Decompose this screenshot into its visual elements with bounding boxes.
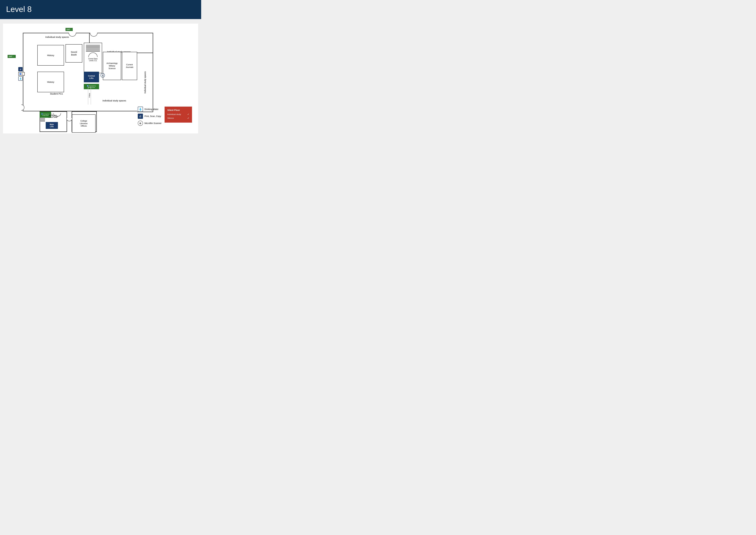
student-pcs-label: Student PCs [32,92,81,95]
legend-icons: 💧 Drinking Water 🖨 Print, Scan, Copy ⊕ M… [138,107,162,126]
central-stairs-room: Central StairsLevels 2-11 [84,43,102,73]
page-title: Level 8 [6,5,195,14]
history-room-top: History [37,45,64,66]
exit-sign-top: EXIT ↑ [66,28,73,31]
central-lifts-box: CentralLifts [84,72,99,82]
print-scan-icon: 🖨 [138,114,143,119]
page-wrapper: Level 8 EXIT ↑ EXIT ← [0,0,201,133]
current-journals-room: CurrentJournals [122,52,137,80]
disability-sign-lifts: ♿ Emergencyrefuge point [84,84,99,89]
toilet-sign-wall: 🚹🧑‍🦽 [18,72,25,76]
header: Level 8 [0,0,201,19]
folios-label-container: Folios [88,86,91,104]
legend: 💧 Drinking Water 🖨 Print, Scan, Copy ⊕ M… [138,107,192,126]
individual-study-side: Individual study spaces [137,53,153,111]
main-stairs-lines [40,118,45,122]
accessibility-icon: ⊕ [100,73,105,77]
print-icon-wall: 🖨 [18,67,22,71]
floor-plan: EXIT ↑ EXIT ← Individual study spaces [6,27,195,130]
legend-microfilm: ⊕ Microfilm Scanner [138,121,162,126]
main-stairs-label: Main stairsLevels 1-12 [40,114,66,117]
silent-floor-legend: Silent Floor Individual study ✓ Silence … [165,107,192,123]
main-content: EXIT ↑ EXIT ← Individual study spaces [3,24,198,133]
main-lifts-box: MainLifts [46,122,58,129]
facilities-icons: 🖨 🚹🧑‍🦽 💧 [18,67,25,81]
archaeology-room: ArchaeologyMilitaryScience [103,52,121,80]
history-room-bottom: History [37,72,64,92]
legend-silence-row: Silence ✓ [167,117,189,120]
door-arc-bottom [66,118,72,121]
college-librarian-room: CollegeLibrarianOffices [72,114,95,133]
microfilm-icon: ⊕ [138,121,143,126]
sound-booth-room: SoundBooth [66,44,82,63]
central-stairs-label: Central StairsLevels 2-11 [88,58,98,62]
individual-study-bottom-label: Individual study spaces [93,99,136,102]
legend-individual-study-row: Individual study ✓ [167,113,189,116]
legend-drinking-water: 💧 Drinking Water [138,107,162,112]
exit-sign-left: EXIT ← [8,55,16,58]
drinking-water-icon: 💧 [138,107,143,112]
legend-print-scan: 🖨 Print, Scan, Copy [138,114,162,119]
water-icon-wall: 💧 [18,76,22,81]
